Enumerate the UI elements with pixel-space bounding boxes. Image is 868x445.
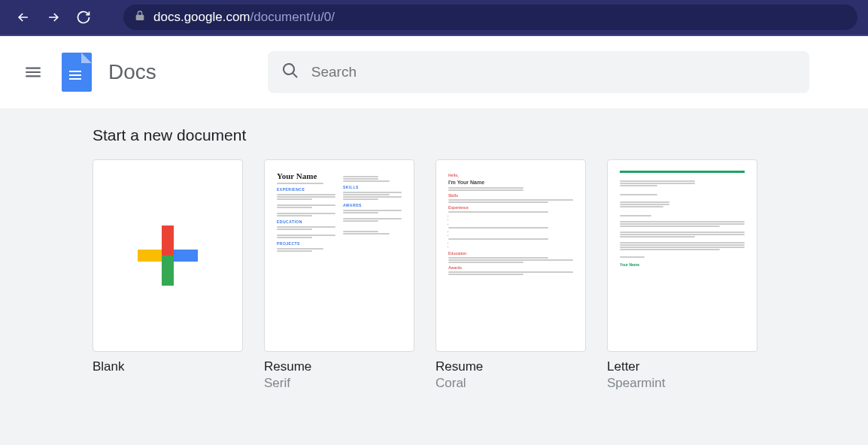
template-thumb-letter-spearmint: Your Name: [607, 159, 757, 352]
url-text: docs.google.com/document/u/0/: [153, 10, 335, 25]
template-thumb-resume-serif: Your Name experience education: [264, 159, 414, 352]
main-menu-button[interactable]: [18, 57, 48, 87]
address-bar[interactable]: docs.google.com/document/u/0/: [123, 5, 857, 30]
app-title: Docs: [108, 60, 156, 84]
url-domain: docs.google.com: [153, 10, 250, 24]
template-subtitle: Spearmint: [607, 376, 757, 391]
template-thumb-blank: [93, 159, 243, 352]
back-button[interactable]: [11, 5, 36, 30]
template-row: Blank Your Name experience: [93, 159, 780, 391]
template-subtitle: Serif: [264, 376, 414, 391]
url-path: /document/u/0/: [250, 10, 335, 24]
preview-name: Your Name: [277, 171, 335, 182]
plus-icon: [138, 226, 198, 286]
search-icon: [281, 62, 299, 83]
template-title: Blank: [93, 359, 243, 374]
template-blank[interactable]: Blank: [93, 159, 243, 391]
reload-button[interactable]: [71, 5, 96, 30]
template-letter-spearmint[interactable]: Your Name Letter Spearmint: [607, 159, 757, 391]
templates-section: Start a new document Blank: [0, 108, 868, 445]
browser-bar: docs.google.com/document/u/0/: [0, 0, 868, 36]
template-title: Resume: [264, 359, 414, 374]
template-thumb-resume-coral: Hello, I'm Your Name Skills Experience E…: [436, 159, 586, 352]
forward-button[interactable]: [41, 5, 66, 30]
search-box[interactable]: [268, 51, 809, 93]
docs-logo-icon[interactable]: [62, 53, 92, 92]
template-title: Resume: [436, 359, 586, 374]
template-resume-serif[interactable]: Your Name experience education: [264, 159, 414, 391]
lock-icon: [134, 10, 146, 26]
app-header: Docs: [0, 36, 868, 108]
search-input[interactable]: [311, 64, 796, 80]
template-resume-coral[interactable]: Hello, I'm Your Name Skills Experience E…: [436, 159, 586, 391]
template-title: Letter: [607, 359, 757, 374]
template-subtitle: Coral: [436, 376, 586, 391]
section-title: Start a new document: [93, 126, 780, 144]
